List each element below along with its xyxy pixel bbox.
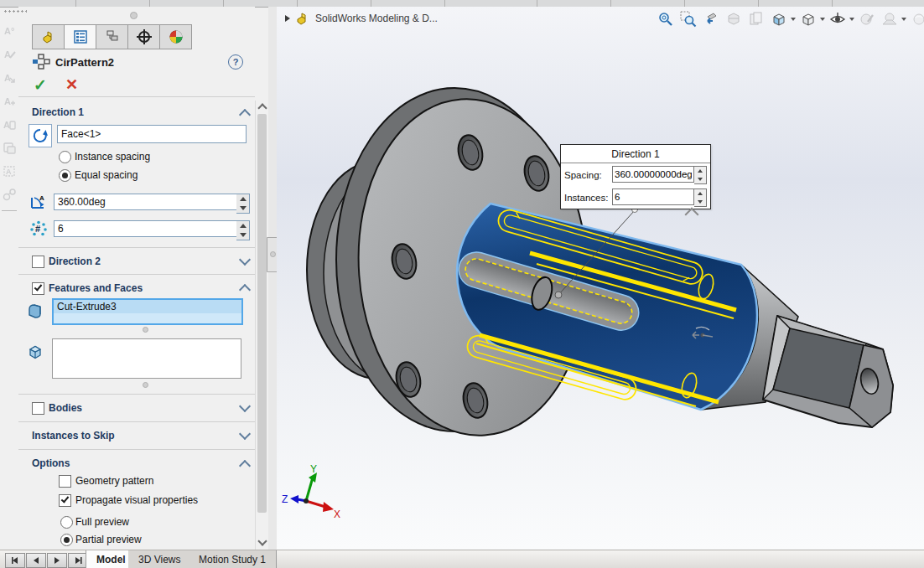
svg-text:A: A <box>4 73 11 83</box>
flyout-tree-expand-icon[interactable] <box>285 15 290 22</box>
section-direction2-expand-icon[interactable] <box>239 254 251 266</box>
faces-to-pattern-icon <box>25 342 45 362</box>
partial-preview-radio[interactable] <box>60 534 73 546</box>
previous-tab-button[interactable] <box>26 553 46 568</box>
section-bodies-header[interactable]: Bodies <box>49 402 82 414</box>
propagate-visual-properties-label[interactable]: Propagate visual properties <box>75 494 198 506</box>
help-button[interactable]: ? <box>228 54 243 70</box>
features-faces-checkbox[interactable] <box>32 282 44 295</box>
annotation-tool-4-icon[interactable]: A <box>1 91 18 110</box>
feature-item-cut-extrude3[interactable]: Cut-Extrude3 <box>54 300 241 313</box>
annotation-tool-3-icon[interactable]: A <box>1 68 18 86</box>
equal-spacing-radio[interactable] <box>59 169 71 182</box>
edit-appearance-button[interactable] <box>857 9 877 29</box>
graphics-viewport[interactable]: Y X Z SolidWorks Modeling & D... Directi… <box>277 7 924 550</box>
breadcrumb[interactable]: SolidWorks Modeling & D... <box>285 12 438 25</box>
tab-dimxpert-manager[interactable] <box>128 24 160 49</box>
bodies-checkbox[interactable] <box>32 402 44 415</box>
annotation-views-button[interactable] <box>746 9 766 29</box>
instance-spacing-label[interactable]: Instance spacing <box>75 151 150 163</box>
section-direction2-header[interactable]: Direction 2 <box>49 256 101 267</box>
zoom-to-area-button[interactable] <box>678 9 698 29</box>
section-instances-skip-header[interactable]: Instances to Skip <box>32 430 115 441</box>
features-list-resize-handle[interactable] <box>143 327 148 333</box>
section-options-header[interactable]: Options <box>32 457 70 469</box>
instance-count-input[interactable] <box>54 220 238 237</box>
end-block[interactable] <box>763 316 893 427</box>
angle-spinner[interactable] <box>236 194 250 214</box>
annotation-tool-2-icon[interactable]: A <box>1 44 18 63</box>
angle-input[interactable] <box>54 194 238 210</box>
section-view-button[interactable] <box>724 9 744 29</box>
view-orientation-dropdown-icon[interactable] <box>791 18 796 21</box>
partial-preview-label[interactable]: Partial preview <box>75 534 142 545</box>
page-title: CirPattern2 <box>55 56 114 69</box>
pattern-axis-button[interactable] <box>29 124 52 147</box>
tab-3d-views[interactable]: 3D Views <box>128 550 191 568</box>
ok-button[interactable]: ✓ <box>34 75 47 95</box>
tab-display-manager[interactable] <box>160 24 192 49</box>
tab-scroll-buttons <box>5 553 89 568</box>
instance-spacing-radio[interactable] <box>59 151 71 163</box>
apply-scene-dropdown-icon[interactable] <box>901 18 906 21</box>
tab-featuremanager-tree[interactable] <box>32 24 65 49</box>
section-bodies-expand-icon[interactable] <box>239 400 251 412</box>
section-direction1-header[interactable]: Direction 1 <box>32 106 84 118</box>
zoom-to-fit-button[interactable] <box>656 9 676 29</box>
annotation-tool-1-icon[interactable]: A° <box>1 21 18 39</box>
scroll-up-icon[interactable] <box>257 103 267 112</box>
section-features-faces-collapse-icon[interactable] <box>239 284 251 296</box>
apply-scene-button[interactable] <box>880 9 900 29</box>
svg-text:A°: A° <box>4 26 14 36</box>
annotation-tool-8-icon[interactable] <box>1 185 18 204</box>
callout-title: Direction 1 <box>561 145 710 163</box>
tab-motion-study-1[interactable]: Motion Study 1 <box>189 550 277 568</box>
geometry-pattern-checkbox[interactable] <box>59 475 71 488</box>
full-preview-radio[interactable] <box>60 516 73 529</box>
instance-count-spinner[interactable] <box>236 220 250 240</box>
previous-view-button[interactable] <box>701 9 721 29</box>
section-instances-skip-expand-icon[interactable] <box>239 428 251 440</box>
panel-grip-handle[interactable] <box>130 12 138 19</box>
cancel-button[interactable]: ✕ <box>65 75 78 95</box>
callout-instances-label: Instances: <box>564 193 612 203</box>
hide-show-items-icon <box>829 11 846 28</box>
faces-list-resize-handle[interactable] <box>143 382 148 388</box>
display-style-dropdown-icon[interactable] <box>820 18 825 21</box>
section-features-faces-header[interactable]: Features and Faces <box>49 282 143 294</box>
section-direction1-collapse-icon[interactable] <box>239 109 251 121</box>
panel-scrollbar[interactable] <box>255 101 268 550</box>
faces-to-pattern-list[interactable] <box>52 338 241 379</box>
tab-configuration-manager[interactable] <box>96 24 128 49</box>
tab-propertymanager[interactable] <box>65 24 96 49</box>
panel-tabs <box>32 24 192 49</box>
view-settings-button[interactable] <box>909 9 924 29</box>
section-options-collapse-icon[interactable] <box>239 460 251 472</box>
next-tab-button[interactable] <box>47 553 67 568</box>
full-preview-label[interactable]: Full preview <box>75 516 129 528</box>
pattern-axis-input[interactable] <box>57 125 247 143</box>
angle-icon: A <box>29 192 49 212</box>
equal-spacing-label[interactable]: Equal spacing <box>75 169 138 181</box>
callout-spacing-spinner[interactable] <box>694 166 707 184</box>
first-tab-button[interactable] <box>5 553 25 568</box>
triad-z-label: Z <box>282 493 288 505</box>
geometry-pattern-label[interactable]: Geometry pattern <box>75 475 153 487</box>
scroll-down-icon[interactable] <box>257 536 267 545</box>
propagate-visual-properties-checkbox[interactable] <box>59 494 71 507</box>
hide-show-items-dropdown-icon[interactable] <box>849 18 854 21</box>
annotation-tool-7-icon[interactable]: A <box>1 162 18 180</box>
annotation-tool-6-icon[interactable] <box>1 138 18 157</box>
callout-instances-input[interactable] <box>612 188 694 205</box>
callout-spacing-input[interactable] <box>612 166 694 183</box>
model-canvas[interactable]: Y X Z <box>277 7 924 550</box>
hide-show-items-button[interactable] <box>828 9 848 29</box>
features-to-pattern-list[interactable]: Cut-Extrude3 <box>52 298 243 325</box>
scrollbar-thumb[interactable] <box>257 114 267 513</box>
previous-view-icon <box>703 11 719 28</box>
display-style-button[interactable] <box>798 9 818 29</box>
annotation-tool-5-icon[interactable]: A <box>1 115 18 133</box>
view-orientation-button[interactable] <box>769 9 789 29</box>
callout-instances-spinner[interactable] <box>694 188 707 207</box>
direction2-checkbox[interactable] <box>32 256 44 268</box>
